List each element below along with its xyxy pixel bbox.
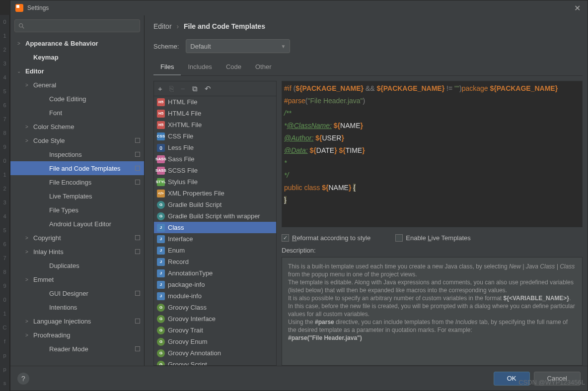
editor-gutter: 0123456789012345678901Cfppssc [0,15,10,391]
template-item[interactable]: JInterface [154,233,276,245]
template-item[interactable]: JEnum [154,245,276,256]
sidebar: >Appearance & BehaviorKeymap⌄Editor>Gene… [10,15,145,366]
template-label: XML Properties File [168,190,224,197]
scheme-select[interactable]: Default ▼ [186,39,290,53]
gradle-icon: G [157,201,165,209]
sidebar-item[interactable]: >Proofreading [10,328,144,342]
template-code[interactable]: #if (${PACKAGE_NAME} && ${PACKAGE_NAME} … [282,81,583,227]
live-label: Enable Live Templates [406,234,471,242]
template-label: Class [168,224,184,231]
template-item[interactable]: GGroovy Interface [154,313,276,325]
sidebar-item[interactable]: >Emmet [10,272,144,286]
tab-files[interactable]: Files [153,60,181,75]
titlebar: Settings ✕ [10,0,588,15]
template-item[interactable]: Jmodule-info [154,290,276,302]
template-label: CSS File [168,132,193,140]
java-icon: J [157,224,165,232]
list-toolbar: + ⎘ − ⧉ ↶ [154,81,276,96]
sidebar-item[interactable]: File Encodings [10,175,144,189]
sidebar-item[interactable]: ⌄Editor [10,64,144,78]
sass-icon: SASS [157,155,165,163]
template-item[interactable]: JClass [154,222,276,233]
template-item[interactable]: SASSSCSS File [154,165,276,176]
template-item[interactable]: STYLStylus File [154,176,276,188]
sidebar-item[interactable]: Keymap [10,50,144,64]
tab-includes[interactable]: Includes [181,60,219,75]
template-item[interactable]: JRecord [154,256,276,267]
sidebar-item[interactable]: >Appearance & Behavior [10,36,144,50]
groovy-icon: G [157,349,165,357]
remove-icon[interactable]: − [181,84,185,93]
template-label: XHTML File [168,121,202,129]
sidebar-item[interactable]: Duplicates [10,259,144,272]
help-button[interactable]: ? [17,373,29,385]
template-item[interactable]: GGradle Build Script with wrapper [154,210,276,222]
groovy-icon: G [157,315,165,323]
sidebar-item[interactable]: Reader Mode [10,342,144,356]
search-input[interactable] [14,19,140,32]
reformat-label: RReformat according to styleeformat acco… [292,234,370,242]
gradle-icon: G [157,212,165,220]
tab-other[interactable]: Other [248,60,279,75]
template-item[interactable]: SASSSass File [154,153,276,165]
template-item[interactable]: {}Less File [154,142,276,153]
sidebar-item[interactable]: File Types [10,203,144,217]
sidebar-item[interactable]: >General [10,78,144,92]
sidebar-item[interactable]: >Inlay Hints [10,245,144,259]
sass-icon: SASS [157,167,165,175]
add-child-icon: ⎘ [169,84,174,93]
template-item[interactable]: GGroovy Annotation [154,347,276,359]
java-icon: J [157,269,165,277]
template-label: Record [168,258,189,265]
sidebar-item[interactable]: Live Templates [10,189,144,203]
java-icon: J [157,258,165,266]
template-label: Groovy Script [168,361,207,365]
template-item[interactable]: GGroovy Enum [154,336,276,347]
java-icon: J [157,292,165,300]
template-item[interactable]: GGroovy Script [154,359,276,365]
template-item[interactable]: CSSCSS File [154,130,276,142]
template-item[interactable]: H5HTML4 File [154,108,276,119]
chevron-down-icon: ▼ [281,44,286,49]
xml-icon: </> [157,190,165,197]
sidebar-item[interactable]: GUI Designer [10,286,144,300]
html-icon: H5 [157,121,165,129]
sidebar-item[interactable]: >Copyright [10,231,144,245]
sidebar-item[interactable]: Intentions [10,300,144,314]
settings-tree: >Appearance & BehaviorKeymap⌄Editor>Gene… [10,34,144,366]
svg-line-3 [22,27,24,29]
window-title: Settings [27,4,572,11]
template-item[interactable]: GGroovy Trait [154,325,276,336]
template-label: package-info [168,281,205,288]
sidebar-item[interactable]: Code Editing [10,92,144,106]
template-item[interactable]: H5HTML File [154,96,276,108]
search-icon [18,22,25,29]
live-templates-checkbox[interactable]: Enable Live Templates [395,234,471,242]
template-item[interactable]: </>XML Properties File [154,188,276,199]
reformat-checkbox[interactable]: ✓ RReformat according to styleeformat ac… [282,234,370,242]
sidebar-item[interactable]: >Color Scheme [10,120,144,133]
watermark: CSDN @WYP123456L [518,379,585,386]
sidebar-item[interactable]: Android Layout Editor [10,217,144,231]
template-item[interactable]: GGradle Build Script [154,199,276,210]
editor-panel: #if (${PACKAGE_NAME} && ${PACKAGE_NAME} … [282,81,583,366]
template-item[interactable]: Jpackage-info [154,279,276,290]
add-icon[interactable]: + [158,84,162,93]
sidebar-item[interactable]: File and Code Templates [10,161,144,175]
copy-icon[interactable]: ⧉ [192,84,198,93]
sidebar-item[interactable]: >Language Injections [10,314,144,328]
dialog-footer: ? OK Cancel [10,366,588,391]
template-label: AnnotationType [168,269,213,277]
template-item[interactable]: GGroovy Class [154,302,276,313]
template-list-panel: + ⎘ − ⧉ ↶ H5HTML FileH5HTML4 FileH5XHTML… [153,81,277,366]
sidebar-item[interactable]: Font [10,106,144,120]
template-item[interactable]: H5XHTML File [154,119,276,130]
undo-icon[interactable]: ↶ [205,84,211,93]
styl-icon: STYL [157,178,165,186]
sidebar-item[interactable]: >Code Style [10,133,144,147]
java-icon: J [157,235,165,243]
sidebar-item[interactable]: Inspections [10,147,144,161]
template-item[interactable]: JAnnotationType [154,267,276,279]
close-icon[interactable]: ✕ [572,3,583,13]
tab-code[interactable]: Code [219,60,248,75]
